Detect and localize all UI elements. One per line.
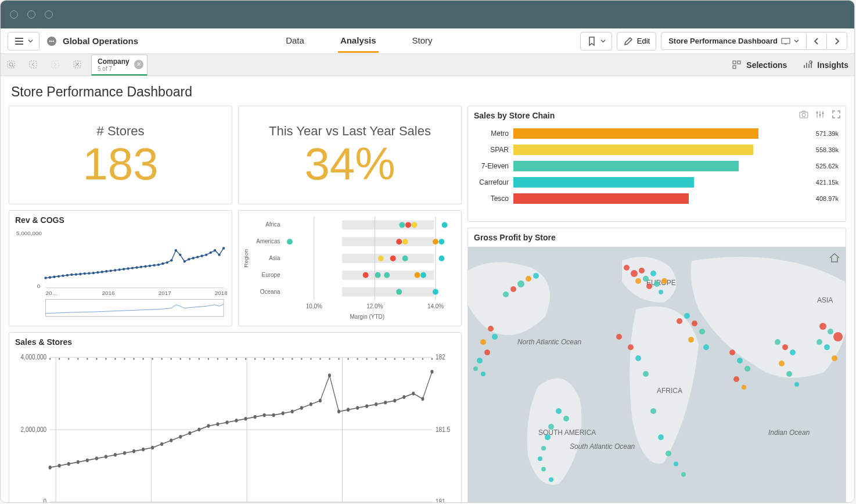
map-bubble[interactable] — [832, 355, 837, 361]
bookmark-button[interactable] — [580, 32, 612, 51]
kpi-yoy-sales[interactable]: This Year vs Last Year Sales 34% — [238, 106, 462, 204]
insights-button[interactable]: Insights — [803, 60, 848, 70]
svg-point-3 — [53, 40, 54, 41]
nav-tab-story[interactable]: Story — [410, 30, 435, 53]
selection-tab[interactable]: Company 5 of 7 ✕ — [91, 55, 148, 75]
map-bubble[interactable] — [779, 361, 785, 366]
kpi-stores[interactable]: # Stores 183 — [9, 106, 232, 204]
map-bubble[interactable] — [541, 446, 546, 451]
bar-row[interactable]: SPAR 558.38k — [468, 142, 839, 157]
map-bubble[interactable] — [473, 366, 478, 371]
map-bubble[interactable] — [824, 344, 830, 350]
map-canvas[interactable]: North Atlantic Ocean SOUTH AMERICA South… — [468, 247, 846, 503]
map-bubble[interactable] — [684, 313, 690, 319]
bar-row[interactable]: 7-Eleven 525.62k — [468, 159, 839, 174]
next-sheet-button[interactable] — [826, 34, 847, 49]
map-bubble[interactable] — [703, 344, 709, 350]
map-bubble[interactable] — [639, 268, 645, 273]
svg-point-189 — [310, 402, 312, 406]
home-icon[interactable] — [828, 251, 841, 264]
close-icon[interactable]: ✕ — [134, 60, 143, 69]
selection-bar: Company 5 of 7 ✕ Selections Insights — [1, 54, 854, 76]
window-dot[interactable] — [27, 10, 35, 19]
map-bubble[interactable] — [786, 371, 792, 377]
exploration-icon[interactable] — [815, 110, 825, 119]
menu-button[interactable] — [8, 32, 39, 51]
map-bubble[interactable] — [492, 334, 498, 340]
map-bubble[interactable] — [654, 281, 660, 287]
map-bubble[interactable] — [681, 472, 686, 477]
window-dot[interactable] — [45, 10, 53, 19]
step-forward-icon[interactable] — [51, 60, 61, 70]
snapshot-icon[interactable] — [799, 110, 808, 119]
map-bubble[interactable] — [616, 334, 622, 340]
svg-point-175 — [179, 435, 182, 439]
map-bubble[interactable] — [628, 344, 634, 350]
prev-sheet-button[interactable] — [806, 34, 826, 49]
map-bubble[interactable] — [659, 290, 663, 294]
map-bubble[interactable] — [650, 271, 656, 276]
sales-stores-chart[interactable]: Sales & Stores 02,000,0004,000,000181181… — [9, 332, 462, 503]
map-bubble[interactable] — [688, 337, 694, 343]
map-bubble[interactable] — [635, 278, 641, 284]
margin-chart[interactable]: RegionAfricaAmericasAsiaEuropeOceana10.0… — [238, 210, 462, 326]
smart-search-icon[interactable] — [6, 60, 17, 70]
map-bubble[interactable] — [477, 358, 483, 363]
map-bubble[interactable] — [677, 318, 682, 324]
map-bubble[interactable] — [510, 286, 516, 292]
svg-point-86 — [287, 239, 293, 244]
nav-tab-analysis[interactable]: Analysis — [338, 30, 379, 53]
svg-point-31 — [110, 269, 112, 272]
bar-value: 558.38k — [816, 146, 839, 153]
map-bubble[interactable] — [833, 332, 843, 341]
svg-point-53 — [205, 254, 207, 256]
map-bubble[interactable] — [526, 276, 531, 282]
map-bubble[interactable] — [658, 434, 664, 440]
map-bubble[interactable] — [742, 385, 746, 390]
map-bubble[interactable] — [744, 366, 750, 372]
map-bubble[interactable] — [538, 456, 542, 461]
map-bubble[interactable] — [517, 280, 524, 287]
map-bubble[interactable] — [819, 323, 826, 330]
nav-tab-data[interactable]: Data — [283, 30, 307, 53]
rev-cogs-chart[interactable]: Rev & COGS 5,000,000020…201620172018 — [9, 210, 232, 326]
map-bubble[interactable] — [484, 350, 490, 355]
map-bubble[interactable] — [666, 451, 671, 456]
svg-point-170 — [132, 449, 135, 453]
map-bubble[interactable] — [794, 382, 799, 387]
svg-point-43 — [161, 262, 164, 265]
svg-text:14.0%: 14.0% — [427, 303, 444, 309]
step-back-icon[interactable] — [28, 60, 39, 70]
svg-text:Africa: Africa — [265, 221, 280, 228]
selections-tool-button[interactable]: Selections — [732, 60, 787, 70]
clear-selections-icon[interactable] — [73, 60, 83, 70]
map-bubble[interactable] — [643, 371, 649, 377]
sheet-selector[interactable]: Store Performance Dashboard — [661, 33, 806, 49]
bar-value: 571.39k — [816, 130, 839, 137]
map-bubble[interactable] — [643, 276, 649, 282]
map-bubble[interactable] — [481, 372, 485, 376]
map-bubble[interactable] — [733, 376, 739, 382]
map-bubble[interactable] — [635, 355, 641, 361]
gross-profit-map[interactable]: Gross Profit by Store North Atlantic Oce… — [467, 228, 846, 503]
map-bubble[interactable] — [545, 434, 551, 440]
map-bubble[interactable] — [631, 270, 638, 277]
bar-row[interactable]: Carrefour 421.15k — [468, 175, 839, 190]
chevron-down-icon — [794, 38, 799, 44]
map-bubble[interactable] — [541, 467, 546, 471]
sales-by-chain-chart[interactable]: Sales by Store Chain Metro 571.39kSPAR 5… — [467, 106, 846, 222]
map-bubble[interactable] — [699, 329, 705, 334]
edit-button[interactable]: Edit — [617, 32, 656, 51]
map-bubble[interactable] — [828, 329, 833, 334]
fullscreen-icon[interactable] — [832, 110, 841, 119]
svg-point-183 — [254, 415, 257, 419]
bar-row[interactable]: Tesco 408.97k — [468, 191, 839, 206]
svg-point-38 — [140, 266, 142, 268]
svg-point-165 — [86, 458, 89, 462]
map-bubble[interactable] — [817, 339, 822, 345]
bar-row[interactable]: Metro 571.39k — [468, 126, 839, 141]
map-bubble[interactable] — [650, 408, 656, 414]
map-bubble[interactable] — [556, 408, 562, 414]
map-bubble[interactable] — [674, 462, 678, 466]
window-dot[interactable] — [10, 10, 18, 19]
